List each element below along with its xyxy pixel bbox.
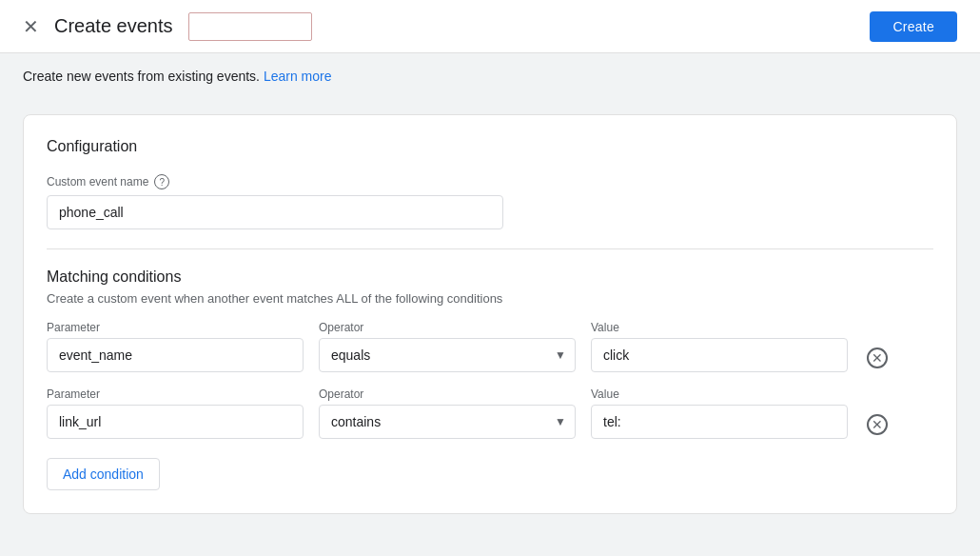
custom-event-name-label: Custom event name ?	[47, 174, 933, 189]
operator-label-2: Operator	[319, 387, 576, 401]
divider	[47, 248, 933, 249]
help-icon[interactable]: ?	[154, 174, 169, 189]
remove-icon-1: ✕	[867, 348, 888, 368]
custom-event-name-input[interactable]	[47, 195, 503, 229]
card-title: Configuration	[47, 138, 933, 155]
value-col-1: Value	[591, 321, 848, 372]
operator-col-2: Operator equals contains starts with end…	[319, 387, 576, 439]
operator-label-1: Operator	[319, 321, 576, 334]
value-col-2: Value	[591, 387, 848, 439]
page-title: Create events	[54, 15, 173, 37]
custom-event-section: Custom event name ?	[47, 174, 933, 229]
operator-col-1: Operator equals contains starts with end…	[319, 321, 576, 372]
remove-icon-2: ✕	[867, 414, 888, 435]
value-input-2[interactable]	[591, 405, 848, 439]
create-button[interactable]: Create	[870, 11, 957, 42]
close-button[interactable]: ✕	[23, 15, 39, 38]
value-label-1: Value	[591, 321, 848, 334]
matching-conditions-section: Matching conditions Create a custom even…	[47, 268, 933, 490]
add-condition-button[interactable]: Add condition	[47, 458, 160, 490]
param-col-1: Parameter	[47, 321, 304, 372]
condition-row-1: Parameter Operator equals contains start…	[47, 321, 933, 372]
close-icon: ✕	[23, 15, 39, 38]
condition-row-2: Parameter Operator equals contains start…	[47, 387, 933, 439]
operator-select-1[interactable]: equals contains starts with ends with	[319, 338, 576, 372]
remove-condition-2-button[interactable]: ✕	[863, 410, 892, 439]
main-content: Configuration Custom event name ? Matchi…	[0, 99, 980, 529]
remove-condition-1-button[interactable]: ✕	[863, 344, 892, 372]
value-label-2: Value	[591, 387, 848, 401]
operator-select-wrapper-1: equals contains starts with ends with ▼	[319, 338, 576, 372]
learn-more-link[interactable]: Learn more	[264, 69, 332, 84]
param-label-2: Parameter	[47, 387, 304, 401]
operator-select-wrapper-2: equals contains starts with ends with ▼	[319, 405, 576, 439]
subheader-text: Create new events from existing events.	[23, 69, 260, 84]
subheader: Create new events from existing events. …	[0, 53, 980, 99]
configuration-card: Configuration Custom event name ? Matchi…	[23, 114, 957, 514]
operator-select-2[interactable]: equals contains starts with ends with	[319, 405, 576, 439]
event-name-header-input[interactable]	[188, 12, 312, 41]
header: ✕ Create events Create	[0, 0, 980, 53]
value-input-1[interactable]	[591, 338, 848, 372]
param-input-1[interactable]	[47, 338, 304, 372]
matching-conditions-desc: Create a custom event when another event…	[47, 291, 933, 306]
param-input-2[interactable]	[47, 405, 304, 439]
param-label-1: Parameter	[47, 321, 304, 334]
matching-conditions-title: Matching conditions	[47, 268, 933, 286]
param-col-2: Parameter	[47, 387, 304, 439]
